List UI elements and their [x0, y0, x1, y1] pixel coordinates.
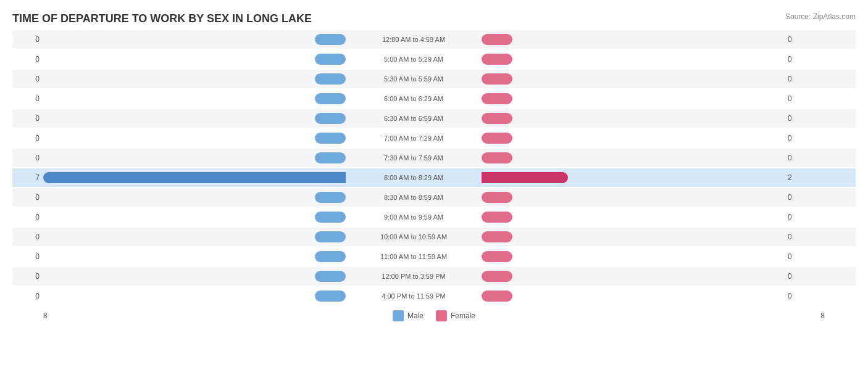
- male-bar: [315, 54, 346, 65]
- male-bar-section: [43, 271, 346, 282]
- legend-female-box: [436, 310, 447, 321]
- male-value: 0: [12, 213, 43, 221]
- female-bar: [482, 231, 512, 242]
- time-label: 12:00 AM to 4:59 AM: [346, 36, 482, 43]
- male-bar: [315, 152, 346, 163]
- male-value: 0: [12, 75, 43, 83]
- male-bar: [315, 73, 346, 85]
- female-bar-section: [482, 152, 784, 163]
- male-bar: [315, 34, 346, 45]
- female-value: 0: [784, 154, 815, 162]
- table-row: 07:30 AM to 7:59 AM0: [12, 149, 856, 167]
- female-value: 0: [784, 272, 815, 281]
- table-row: 07:00 AM to 7:29 AM0: [12, 129, 856, 147]
- time-label: 7:00 AM to 7:29 AM: [346, 134, 482, 142]
- legend: Male Female: [393, 310, 475, 321]
- table-row: 06:00 AM to 6:29 AM0: [12, 89, 856, 108]
- female-value: 0: [784, 55, 815, 64]
- table-row: 78:00 AM to 8:29 AM2: [12, 168, 856, 187]
- table-row: 09:00 AM to 9:59 AM0: [12, 208, 856, 226]
- female-value: 0: [784, 292, 815, 300]
- table-row: 04:00 PM to 11:59 PM0: [12, 287, 856, 305]
- female-bar: [482, 113, 512, 124]
- table-row: 05:00 AM to 5:29 AM0: [12, 50, 856, 68]
- time-label: 8:30 AM to 8:59 AM: [346, 194, 482, 201]
- male-value: 0: [12, 272, 43, 281]
- female-bar: [482, 192, 512, 203]
- male-bar: [315, 133, 346, 144]
- table-row: 010:00 AM to 10:59 AM0: [12, 228, 856, 246]
- female-bar-section: [482, 54, 784, 65]
- female-value: 0: [784, 114, 815, 123]
- time-label: 10:00 AM to 10:59 AM: [346, 233, 482, 241]
- male-value: 0: [12, 193, 43, 202]
- male-bar: [315, 291, 346, 302]
- male-bar: [315, 251, 346, 262]
- chart-area: 012:00 AM to 4:59 AM005:00 AM to 5:29 AM…: [12, 30, 856, 305]
- table-row: 012:00 AM to 4:59 AM0: [12, 30, 856, 49]
- female-bar-section: [482, 192, 784, 203]
- time-label: 6:30 AM to 6:59 AM: [346, 115, 482, 122]
- male-value: 0: [12, 114, 43, 123]
- male-value: 7: [12, 173, 43, 182]
- female-value: 0: [784, 193, 815, 202]
- female-bar-section: [482, 34, 784, 45]
- time-label: 6:00 AM to 6:29 AM: [346, 95, 482, 102]
- legend-female-label: Female: [451, 311, 475, 320]
- male-bar-section: [43, 34, 346, 45]
- female-bar-section: [482, 172, 784, 183]
- male-bar: [315, 93, 346, 104]
- male-bar: [315, 212, 346, 223]
- female-bar-section: [482, 251, 784, 262]
- male-bar-section: [43, 93, 346, 104]
- female-bar: [482, 152, 512, 163]
- male-bar-section: [43, 113, 346, 124]
- male-bar-section: [43, 73, 346, 85]
- male-value: 0: [12, 134, 43, 142]
- female-bar-section: [482, 133, 784, 144]
- female-bar: [482, 133, 512, 144]
- legend-male: Male: [393, 310, 424, 321]
- table-row: 06:30 AM to 6:59 AM0: [12, 109, 856, 128]
- female-bar-section: [482, 271, 784, 282]
- male-bar: [315, 113, 346, 124]
- female-bar-section: [482, 73, 784, 85]
- time-label: 7:30 AM to 7:59 AM: [346, 154, 482, 162]
- legend-male-label: Male: [407, 311, 424, 320]
- time-label: 4:00 PM to 11:59 PM: [346, 292, 482, 300]
- male-bar: [315, 271, 346, 282]
- female-bar-section: [482, 291, 784, 302]
- time-label: 5:00 AM to 5:29 AM: [346, 56, 482, 63]
- male-bar: [315, 192, 346, 203]
- female-bar-section: [482, 212, 784, 223]
- male-bar-section: [43, 231, 346, 242]
- female-bar: [482, 54, 512, 65]
- female-bar: [482, 291, 512, 302]
- bottom-section: 8 Male Female 8: [12, 310, 856, 321]
- male-bar-section: [43, 192, 346, 203]
- male-value: 0: [12, 35, 43, 44]
- male-bar-section: [43, 54, 346, 65]
- table-row: 08:30 AM to 8:59 AM0: [12, 188, 856, 207]
- female-bar-section: [482, 231, 784, 242]
- female-bar: [482, 34, 512, 45]
- female-bar-section: [482, 93, 784, 104]
- table-row: 012:00 PM to 3:59 PM0: [12, 267, 856, 286]
- table-row: 011:00 AM to 11:59 AM0: [12, 247, 856, 266]
- source-label: Source: ZipAtlas.com: [785, 12, 856, 21]
- male-value: 0: [12, 292, 43, 300]
- time-label: 12:00 PM to 3:59 PM: [346, 273, 482, 280]
- male-bar-section: [43, 172, 346, 183]
- female-bar: [482, 251, 512, 262]
- female-value: 0: [784, 213, 815, 221]
- female-bar-section: [482, 113, 784, 124]
- female-bar: [482, 73, 512, 85]
- female-bar: [482, 172, 568, 183]
- male-bar: [315, 231, 346, 242]
- table-row: 05:30 AM to 5:59 AM0: [12, 70, 856, 88]
- chart-title: TIME OF DEPARTURE TO WORK BY SEX IN LONG…: [12, 12, 856, 25]
- axis-label-left: 8: [43, 311, 48, 320]
- male-bar-section: [43, 152, 346, 163]
- male-value: 0: [12, 233, 43, 241]
- chart-container: TIME OF DEPARTURE TO WORK BY SEX IN LONG…: [0, 0, 868, 367]
